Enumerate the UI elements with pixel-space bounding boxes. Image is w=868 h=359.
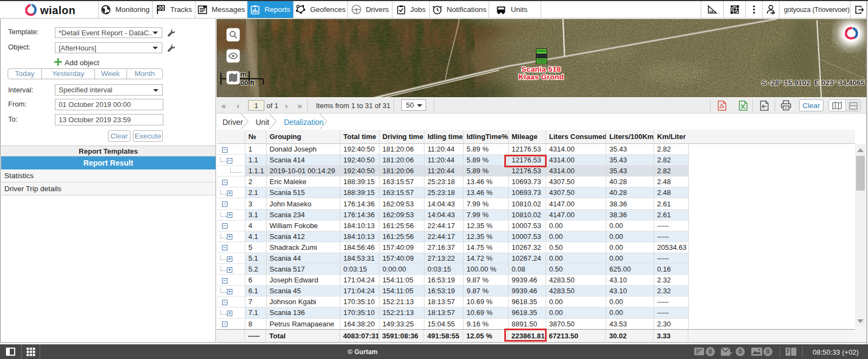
svg-text:00 ft: 00 ft xyxy=(240,79,255,87)
svg-text:Scania 518: Scania 518 xyxy=(522,65,561,73)
svg-text:m: m xyxy=(240,71,246,78)
svg-text:Klaas Grond: Klaas Grond xyxy=(518,73,564,81)
svg-text:S -28° 15.9102 E 023° 34.4065: S -28° 15.9102 E 023° 34.4065 xyxy=(762,79,865,87)
